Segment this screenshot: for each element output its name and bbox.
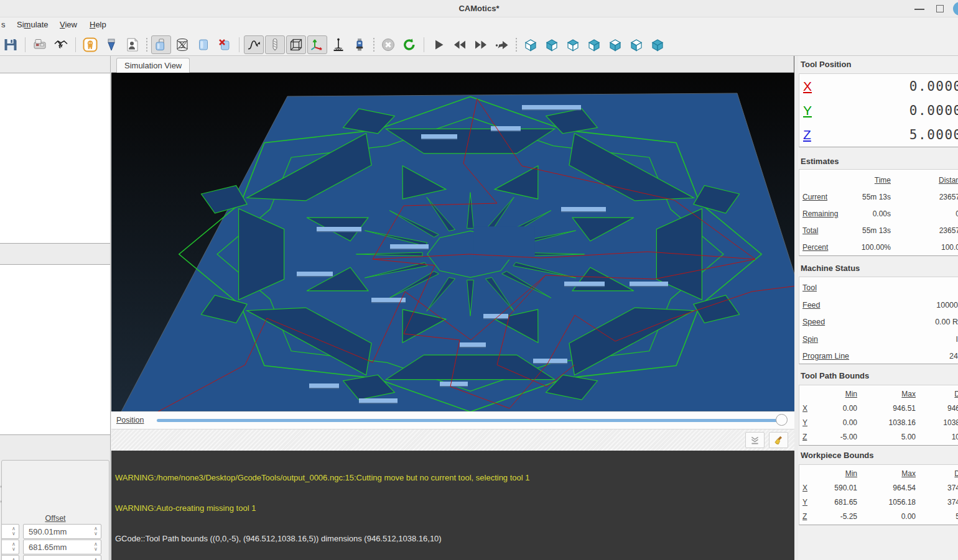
machine-speed-link[interactable]: Speed bbox=[802, 318, 825, 326]
automatic-field[interactable]: ∧∨ bbox=[1, 555, 19, 560]
estimates-row-current[interactable]: Current bbox=[802, 193, 827, 201]
post-processor-button[interactable] bbox=[123, 35, 142, 54]
wb-y-link[interactable]: Y bbox=[802, 498, 807, 507]
fast-forward-button[interactable] bbox=[471, 35, 491, 54]
spinner-arrows-icon[interactable]: ∧∨ bbox=[91, 542, 101, 552]
axis-z-link[interactable]: Z bbox=[803, 127, 828, 142]
spinner-arrows-icon[interactable]: ∧∨ bbox=[91, 558, 101, 560]
menu-item-partial[interactable]: s bbox=[1, 20, 6, 29]
menu-item-view[interactable]: View bbox=[60, 20, 77, 29]
position-slider[interactable] bbox=[157, 419, 786, 422]
spinner-arrows-icon[interactable]: ∧∨ bbox=[91, 526, 101, 536]
minimize-button[interactable] bbox=[914, 9, 924, 10]
estimates-distance-header[interactable]: Distan bbox=[939, 176, 958, 185]
tpb-y-link[interactable]: Y bbox=[802, 418, 807, 427]
offset-group: Offset ∧∨ ∧∨ ∧∨ 590.01mm∧∨ 681.65mm∧∨ ∧∨ bbox=[1, 460, 109, 560]
show-wire-workpiece-button[interactable] bbox=[172, 35, 192, 54]
remaining-time: 0.00s bbox=[857, 206, 891, 223]
position-slider-handle[interactable] bbox=[776, 414, 788, 426]
axis-x-link[interactable]: X bbox=[803, 79, 828, 94]
rewind-button[interactable] bbox=[450, 35, 470, 54]
stop-button[interactable] bbox=[378, 35, 398, 54]
automatic-field[interactable]: ∧∨ bbox=[1, 539, 19, 554]
view-right-button[interactable] bbox=[605, 35, 625, 54]
estimates-time-header[interactable]: Time bbox=[875, 176, 891, 185]
wb-min-header[interactable]: Min bbox=[845, 469, 857, 478]
tpb-x-link[interactable]: X bbox=[802, 404, 807, 413]
estimates-row-remaining[interactable]: Remaining bbox=[802, 209, 838, 218]
offset-x-field[interactable]: 590.01mm∧∨ bbox=[23, 524, 101, 539]
rewind-icon bbox=[452, 37, 467, 52]
simulation-3d-view[interactable] bbox=[111, 73, 794, 411]
tpb-dim-header[interactable]: D bbox=[954, 390, 958, 398]
bit-button[interactable] bbox=[101, 35, 121, 54]
view-top-button[interactable] bbox=[626, 35, 646, 54]
view-back-button[interactable] bbox=[563, 35, 583, 54]
view-top-icon bbox=[629, 37, 644, 52]
menu-item-help[interactable]: Help bbox=[90, 20, 106, 29]
toolbar-handle bbox=[373, 38, 375, 52]
show-toolpath-button[interactable] bbox=[244, 35, 264, 54]
show-solid-workpiece-button[interactable] bbox=[193, 35, 213, 54]
tpb-z-link[interactable]: Z bbox=[802, 433, 807, 441]
tool-position-button[interactable] bbox=[350, 35, 370, 54]
view-right-icon bbox=[608, 37, 623, 52]
wb-z-max: 0.00 bbox=[857, 510, 916, 524]
clear-console-button[interactable] bbox=[769, 432, 788, 448]
hide-workpiece-button[interactable] bbox=[215, 35, 235, 54]
machine-feed-link[interactable]: Feed bbox=[802, 301, 821, 310]
tpb-min-header[interactable]: Min bbox=[845, 390, 857, 398]
step-button[interactable] bbox=[492, 35, 512, 54]
save-icon bbox=[3, 37, 18, 52]
connect-button[interactable] bbox=[51, 35, 71, 54]
probe-button[interactable] bbox=[328, 35, 348, 54]
show-tool-button[interactable] bbox=[265, 35, 285, 54]
show-cut-workpiece-button[interactable] bbox=[151, 35, 171, 54]
machine-program-line-link[interactable]: Program Line bbox=[802, 352, 849, 360]
show-axes-button[interactable] bbox=[307, 35, 327, 54]
restore-button[interactable] bbox=[936, 5, 944, 12]
menu-item-simulate[interactable]: Simulate bbox=[17, 20, 49, 29]
offset-y-field[interactable]: 681.65mm∧∨ bbox=[23, 539, 101, 554]
automatic-field[interactable]: ∧∨ bbox=[1, 524, 19, 539]
title-bar: CAMotics* bbox=[0, 0, 958, 17]
offset-z-field[interactable]: ∧∨ bbox=[23, 555, 101, 560]
offset-y-value: 681.65mm bbox=[24, 543, 91, 552]
camotics-logo-icon bbox=[83, 37, 98, 52]
solid-workpiece-icon bbox=[196, 37, 211, 52]
view-left-button[interactable] bbox=[584, 35, 604, 54]
export-button[interactable] bbox=[30, 35, 50, 54]
tool-list[interactable] bbox=[0, 264, 111, 435]
position-label: Position bbox=[116, 416, 144, 425]
wb-dim-header[interactable]: D bbox=[954, 469, 958, 478]
machine-status-box: Tool Feed10000 Speed0.00 R SpinI Program… bbox=[799, 277, 958, 364]
percent-distance: 100.0 bbox=[891, 239, 958, 256]
save-button[interactable] bbox=[1, 35, 21, 54]
wb-x-min: 590.01 bbox=[819, 481, 857, 495]
project-list[interactable] bbox=[0, 73, 111, 244]
broom-icon bbox=[773, 435, 784, 446]
view-iso-button[interactable] bbox=[521, 35, 541, 54]
console-line: WARNING:Auto-creating missing tool 1 bbox=[115, 503, 794, 513]
wb-z-link[interactable]: Z bbox=[802, 512, 807, 521]
estimates-row-percent[interactable]: Percent bbox=[802, 243, 828, 252]
machine-spin-value: I bbox=[871, 331, 958, 349]
axis-y-link[interactable]: Y bbox=[803, 103, 828, 118]
machine-spin-link[interactable]: Spin bbox=[802, 335, 818, 344]
wb-max-header[interactable]: Max bbox=[901, 469, 916, 478]
percent-time: 100.00% bbox=[857, 239, 891, 256]
dock-console-button[interactable] bbox=[745, 432, 765, 448]
view-front-button[interactable] bbox=[542, 35, 562, 54]
estimates-row-total[interactable]: Total bbox=[802, 226, 818, 235]
reload-button[interactable] bbox=[399, 35, 419, 54]
show-bounds-button[interactable] bbox=[286, 35, 306, 54]
tab-simulation-view[interactable]: Simulation View bbox=[116, 58, 190, 73]
tool-position-title: Tool Position bbox=[801, 60, 851, 69]
tpb-max-header[interactable]: Max bbox=[901, 390, 916, 398]
view-bottom-button[interactable] bbox=[648, 35, 667, 54]
machine-tool-link[interactable]: Tool bbox=[802, 283, 817, 292]
wb-x-link[interactable]: X bbox=[802, 484, 807, 492]
play-button[interactable] bbox=[429, 35, 449, 54]
tab-bar: Simulation View bbox=[111, 56, 794, 73]
camotics-button[interactable] bbox=[80, 35, 100, 54]
